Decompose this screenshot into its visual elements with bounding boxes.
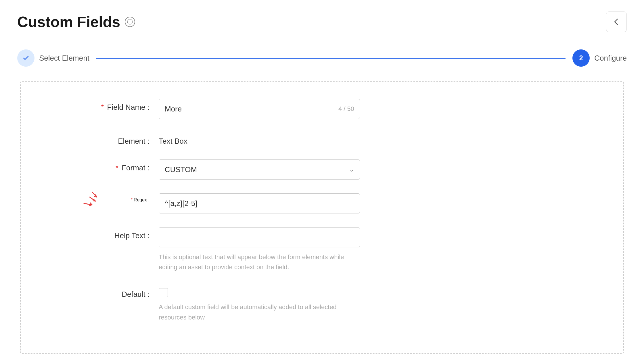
step-2-label: Configure [594,54,627,63]
step-line [96,58,566,59]
field-name-char-count: 4 / 50 [338,105,354,113]
field-name-label: * Field Name : [78,99,159,112]
help-text-label: Help Text : [78,227,159,240]
format-row: * Format : CUSTOM TEXT NUMBER DATE EMAIL… [21,159,623,180]
element-row: Element : Text Box [21,133,623,146]
page-header: Custom Fields ⓘ [17,11,627,32]
default-checkbox-area: A default custom field will be automatic… [159,286,360,322]
step-2-circle: 2 [572,49,590,67]
page-title: Custom Fields [17,13,120,30]
default-row: Default : A default custom field will be… [21,286,623,322]
default-checkbox[interactable] [159,288,168,297]
regex-input-wrapper [159,193,360,213]
default-label: Default : [78,286,159,299]
help-text-input-area: This is optional text that will appear b… [159,227,360,272]
stepper: Select Element 2 Configure [17,49,627,67]
field-name-row: * Field Name : 4 / 50 [21,99,623,119]
info-icon[interactable]: ⓘ [125,17,135,27]
required-star-regex: * [131,197,133,203]
regex-row: * Regex : [21,193,623,213]
format-label: * Format : [78,159,159,172]
help-text-input[interactable] [159,227,360,247]
step-1-label: Select Element [39,54,89,63]
element-value: Text Box [159,133,187,146]
regex-input[interactable] [159,193,360,213]
step-1: Select Element [17,49,89,67]
back-button[interactable] [606,11,627,32]
default-description: A default custom field will be automatic… [159,302,360,322]
required-star-format: * [116,163,118,172]
field-name-input[interactable] [159,99,360,119]
field-name-input-wrapper: 4 / 50 [159,99,360,119]
format-select-wrapper: CUSTOM TEXT NUMBER DATE EMAIL ⌄ [159,159,360,180]
required-star: * [101,103,104,111]
arrow-annotation-icon [81,189,104,215]
step-2: 2 Configure [572,49,627,67]
step-1-circle [17,49,34,67]
header-left: Custom Fields ⓘ [17,13,135,30]
element-label: Element : [78,133,159,146]
format-select[interactable]: CUSTOM TEXT NUMBER DATE EMAIL [159,159,360,180]
regex-label-area: * Regex : [78,193,159,203]
help-text-row: Help Text : This is optional text that w… [21,227,623,272]
help-text-description: This is optional text that will appear b… [159,252,360,272]
form-container: * Field Name : 4 / 50 Element : Text Box… [20,81,624,354]
